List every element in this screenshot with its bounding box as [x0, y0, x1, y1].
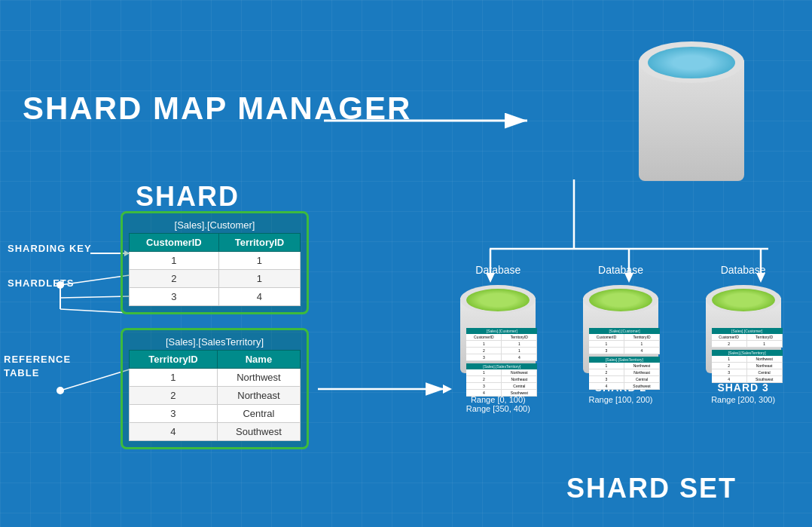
table-row: 3 Central [130, 405, 301, 423]
svg-line-15 [60, 309, 130, 313]
cylinder-top-inner [648, 47, 735, 78]
table-cell: 4 [218, 288, 300, 306]
reference-table-label: REFERENCETABLE [4, 353, 71, 380]
table-cell: 1 [130, 252, 219, 270]
customer-table: CustomerID TerritoryID 1 1 2 1 3 4 [129, 233, 301, 306]
table-row: 2 Northeast [130, 387, 301, 405]
svg-line-14 [60, 296, 130, 298]
shard-1-customer-table: [Sales].[Customer] CustomerID TerritoryI… [466, 328, 537, 361]
shard-3-customer-table: [Sales].[Customer] CustomerID TerritoryI… [712, 328, 783, 348]
table-cell: Northeast [217, 387, 300, 405]
shard-title: SHARD [136, 181, 240, 213]
territory-table: TerritoryID Name 1 Northwest 2 Northeast… [129, 350, 301, 441]
shard-2-customer-table: [Sales].[Customer] CustomerID TerritoryI… [589, 328, 660, 354]
territory-col-header-2: Name [217, 351, 300, 369]
table-cell: 1 [218, 270, 300, 288]
table-row: 4 Southwest [130, 423, 301, 441]
shard-3-territory-table: [Sales].[SalesTerritory] 1 Northwest 2 N… [712, 350, 783, 383]
table-cell: 2 [130, 270, 219, 288]
table-row: 2 1 [130, 270, 301, 288]
territory-table-label: [Sales].[SalesTerritory] [129, 336, 301, 348]
sharding-key-label: SHARDING KEY [8, 243, 92, 254]
customer-table-box: [Sales].[Customer] CustomerID TerritoryI… [121, 211, 309, 314]
table-cell: 3 [130, 405, 218, 423]
shard-3-db-label: Database [721, 264, 766, 276]
shard-1-item: Database [Sales].[Customer] CustomerID T… [445, 264, 551, 413]
table-cell: Northwest [217, 369, 300, 387]
shard-1-top-inner [466, 289, 530, 311]
svg-point-16 [56, 387, 64, 394]
table-cell: 1 [130, 369, 218, 387]
table-row: 3 4 [130, 288, 301, 306]
shard-3-range: Range [200, 300) [711, 395, 775, 404]
table-cell: 2 [130, 387, 218, 405]
shard-2-cylinder: [Sales].[Customer] CustomerID TerritoryI… [579, 279, 662, 377]
customer-table-label: [Sales].[Customer] [129, 219, 301, 231]
shard-2-item: Database [Sales].[Customer] CustomerID T… [568, 264, 673, 404]
territory-table-box: [Sales].[SalesTerritory] TerritoryID Nam… [121, 328, 309, 449]
shard-2-db-label: Database [598, 264, 643, 276]
main-title: SHARD MAP MANAGER [23, 90, 411, 127]
shard-1-db-label: Database [475, 264, 520, 276]
table-cell: Central [217, 405, 300, 423]
cylinder-top [631, 30, 752, 83]
main-tables-area: [Sales].[Customer] CustomerID TerritoryI… [121, 211, 309, 463]
customer-col-header-1: CustomerID [130, 234, 219, 252]
shard-1-territory-table: [Sales].[SalesTerritory] 1 Northwest 2 N… [466, 363, 537, 397]
shards-row: Database [Sales].[Customer] CustomerID T… [437, 264, 804, 413]
territory-col-header-1: TerritoryID [130, 351, 218, 369]
shard-2-territory-table: [Sales].[SalesTerritory] 1 Northwest 2 N… [589, 357, 660, 390]
shard-2-tables: [Sales].[Customer] CustomerID TerritoryI… [589, 328, 660, 392]
table-row: 1 1 [130, 252, 301, 270]
table-row: 1 Northwest [130, 369, 301, 387]
table-cell: 1 [218, 252, 300, 270]
table-cell: Southwest [217, 423, 300, 441]
customer-col-header-2: TerritoryID [218, 234, 300, 252]
shardlets-label: SHARDLETS [8, 277, 74, 289]
shard-3-cylinder: [Sales].[Customer] CustomerID TerritoryI… [702, 279, 785, 377]
shard-3-tables: [Sales].[Customer] CustomerID TerritoryI… [712, 328, 783, 385]
table-cell: 4 [130, 423, 218, 441]
shard-3-item: Database [Sales].[Customer] CustomerID T… [691, 264, 796, 404]
shard-set-title: SHARD SET [566, 473, 737, 504]
main-database-cylinder [631, 30, 752, 181]
table-cell: 3 [130, 288, 219, 306]
shard-1-cylinder: [Sales].[Customer] CustomerID TerritoryI… [456, 279, 539, 377]
shard-1-tables: [Sales].[Customer] CustomerID TerritoryI… [466, 328, 537, 399]
shard-2-top-inner [589, 289, 652, 311]
shard-2-range: Range [100, 200) [588, 395, 652, 404]
shard-3-top-inner [712, 289, 775, 311]
